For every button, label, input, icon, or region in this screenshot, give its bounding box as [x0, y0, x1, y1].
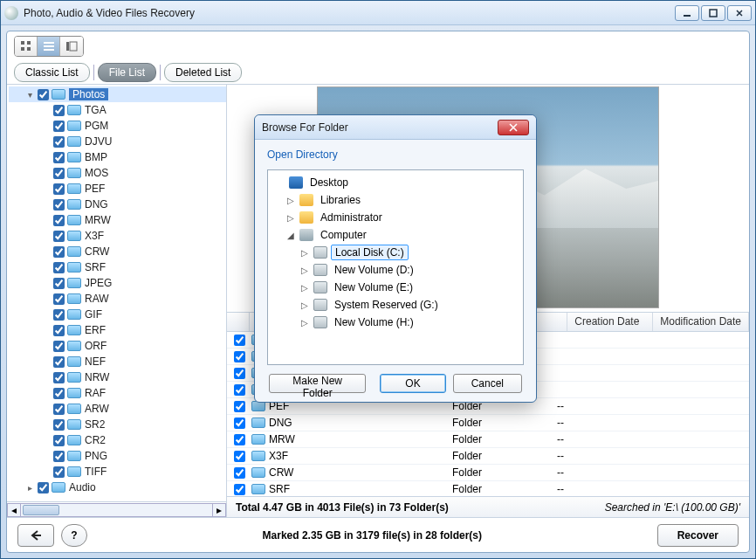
table-row[interactable]: DNGFolder--	[227, 415, 749, 431]
tree-checkbox[interactable]	[53, 309, 65, 321]
tree-checkbox[interactable]	[53, 419, 65, 431]
minimize-button[interactable]	[675, 5, 699, 21]
table-row[interactable]: X3FFolder--	[227, 448, 749, 465]
tree-item[interactable]: DJVU	[9, 134, 226, 149]
tree-checkbox[interactable]	[53, 199, 65, 210]
row-checkbox[interactable]	[234, 418, 245, 429]
row-checkbox[interactable]	[234, 484, 245, 495]
row-checkbox[interactable]	[234, 451, 245, 462]
tree-item[interactable]: ERF	[9, 322, 226, 338]
node-drive[interactable]: ▷Local Disk (C:)	[270, 244, 521, 261]
tree-item[interactable]: ARW	[9, 401, 226, 417]
tree-item[interactable]: DNG	[9, 197, 226, 212]
tree-checkbox[interactable]	[53, 152, 65, 163]
tree-checkbox[interactable]	[53, 466, 65, 478]
tree-checkbox[interactable]	[53, 388, 65, 399]
tree-checkbox[interactable]	[53, 372, 65, 383]
tree-checkbox[interactable]	[53, 105, 65, 116]
close-button[interactable]	[727, 5, 752, 21]
row-checkbox[interactable]	[234, 434, 245, 445]
tab-deleted-list[interactable]: Deleted List	[164, 63, 242, 82]
tree-checkbox[interactable]	[53, 168, 65, 179]
row-checkbox[interactable]	[234, 401, 245, 412]
tree-checkbox[interactable]	[53, 262, 65, 273]
expand-icon[interactable]: ▸	[24, 483, 35, 493]
tree-checkbox[interactable]	[38, 482, 49, 493]
tree-checkbox[interactable]	[53, 293, 65, 305]
tree-item[interactable]: CR2	[9, 432, 226, 448]
tree-checkbox[interactable]	[53, 121, 65, 132]
tab-file-list[interactable]: File List	[98, 63, 156, 82]
tree-item[interactable]: BMP	[9, 149, 226, 165]
tree-item[interactable]: NRW	[9, 369, 226, 385]
tree-checkbox[interactable]	[53, 356, 65, 368]
tree-item[interactable]: RAF	[9, 385, 226, 401]
row-checkbox[interactable]	[234, 467, 245, 479]
scroll-right-icon[interactable]: ▸	[212, 503, 226, 517]
node-drive[interactable]: ▷System Reserved (G:)	[270, 296, 521, 314]
tree-checkbox[interactable]	[53, 215, 65, 226]
row-checkbox[interactable]	[234, 351, 245, 362]
row-checkbox[interactable]	[234, 368, 245, 379]
node-libraries[interactable]: ▷Libraries	[270, 191, 521, 209]
tree-checkbox[interactable]	[53, 435, 65, 446]
tree-item[interactable]: CRW	[9, 244, 226, 259]
tree-item[interactable]: X3F	[9, 228, 226, 244]
tree-item[interactable]: PNG	[9, 448, 226, 464]
tree-checkbox[interactable]	[53, 404, 65, 415]
expand-icon[interactable]: ▷	[285, 196, 296, 205]
folder-tree[interactable]: Desktop ▷Libraries ▷Administrator ◢Compu…	[267, 169, 524, 365]
tree-item[interactable]: TIFF	[9, 464, 226, 480]
view-list-icon[interactable]	[38, 37, 60, 56]
ok-button[interactable]: OK	[380, 374, 445, 393]
expand-icon[interactable]: ▷	[299, 283, 310, 293]
scroll-left-icon[interactable]: ◂	[7, 503, 21, 517]
back-button[interactable]	[17, 524, 54, 547]
tree-item[interactable]: GIF	[9, 307, 226, 322]
tree-item[interactable]: NEF	[9, 354, 226, 369]
tree-item[interactable]: MOS	[9, 165, 226, 181]
scroll-track[interactable]	[21, 503, 212, 517]
tree-item[interactable]: PEF	[9, 181, 226, 197]
table-row[interactable]: CRWFolder--	[227, 465, 749, 481]
node-administrator[interactable]: ▷Administrator	[270, 209, 521, 226]
tree-checkbox[interactable]	[53, 183, 65, 195]
tree-root-audio[interactable]: ▸ Audio	[9, 480, 226, 495]
scroll-thumb[interactable]	[23, 505, 59, 515]
node-drive[interactable]: ▷New Volume (E:)	[270, 279, 521, 296]
tree-checkbox[interactable]	[53, 246, 65, 258]
expand-icon[interactable]: ▷	[299, 300, 310, 310]
recover-button[interactable]: Recover	[657, 524, 739, 547]
row-checkbox[interactable]	[234, 384, 245, 396]
node-desktop[interactable]: Desktop	[270, 174, 521, 191]
tree-item[interactable]: TGA	[9, 102, 226, 118]
cancel-button[interactable]: Cancel	[453, 374, 522, 393]
tab-classic-list[interactable]: Classic List	[14, 63, 90, 82]
help-button[interactable]: ?	[61, 524, 87, 547]
horizontal-scrollbar[interactable]: ◂ ▸	[7, 501, 226, 517]
collapse-icon[interactable]: ◢	[285, 231, 296, 240]
expand-icon[interactable]: ▷	[285, 213, 296, 223]
dialog-titlebar[interactable]: Browse For Folder	[255, 115, 536, 140]
tree-checkbox[interactable]	[53, 231, 65, 242]
tree-checkbox[interactable]	[53, 136, 65, 148]
maximize-button[interactable]	[701, 5, 725, 21]
expand-icon[interactable]: ▷	[299, 266, 310, 275]
view-detail-icon[interactable]	[60, 37, 83, 56]
expand-icon[interactable]: ▷	[299, 248, 310, 258]
tree-checkbox[interactable]	[53, 451, 65, 462]
col-created[interactable]: Creation Date	[567, 313, 653, 331]
table-row[interactable]: SRFFolder--	[227, 481, 749, 496]
tree-checkbox[interactable]	[53, 325, 65, 336]
row-checkbox[interactable]	[234, 335, 245, 346]
make-new-folder-button[interactable]: Make New Folder	[269, 374, 366, 393]
view-grid-icon[interactable]	[15, 37, 38, 56]
tree-checkbox[interactable]	[53, 341, 65, 352]
tree-checkbox[interactable]	[38, 89, 49, 100]
tree-checkbox[interactable]	[53, 278, 65, 289]
tree-item[interactable]: MRW	[9, 212, 226, 228]
node-computer[interactable]: ◢Computer	[270, 226, 521, 244]
expand-icon[interactable]: ▷	[299, 318, 310, 328]
tree-item[interactable]: SRF	[9, 259, 226, 275]
file-type-tree[interactable]: ▾ Photos TGAPGMDJVUBMPMOSPEFDNGMRWX3FCRW…	[7, 85, 226, 501]
